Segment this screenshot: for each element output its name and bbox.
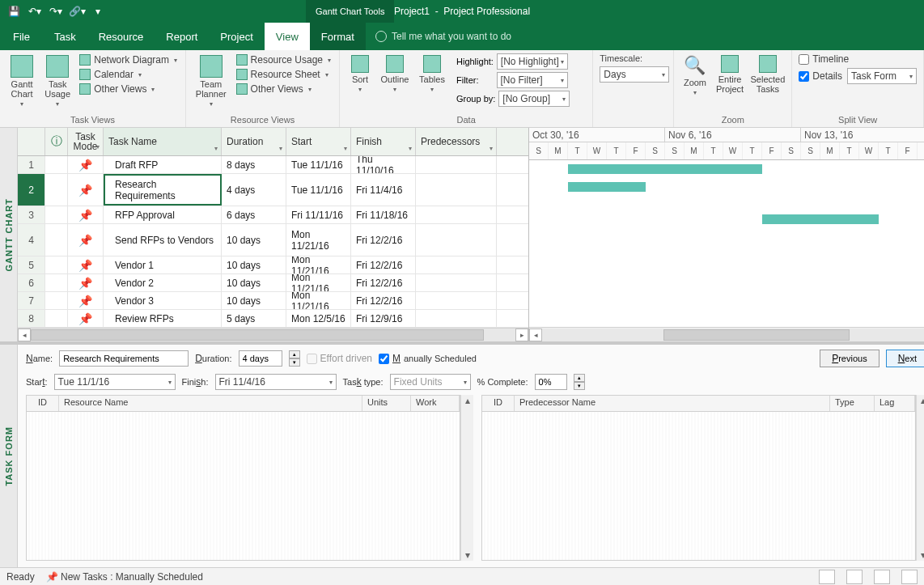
sort-button[interactable]: Sort▾: [346, 53, 374, 93]
lightbulb-icon: [375, 31, 387, 42]
tell-me-search[interactable]: Tell me what you want to do: [366, 23, 521, 50]
task-usage-button[interactable]: Task Usage▾: [42, 53, 73, 108]
task-form-side-label[interactable]: TASK FORM: [0, 345, 18, 567]
pin-icon: 📌: [78, 296, 92, 306]
start-combo[interactable]: Tue 11/1/16▾: [54, 374, 176, 390]
tab-format[interactable]: Format: [310, 23, 366, 50]
gantt-chart-button[interactable]: Gantt Chart▾: [6, 53, 37, 108]
resource-usage-button[interactable]: Resource Usage▾: [235, 53, 333, 66]
info-icon: ⓘ: [51, 134, 62, 149]
ribbon-tabs: File Task Resource Report Project View F…: [0, 23, 924, 50]
timescale-combo[interactable]: Days▾: [600, 66, 669, 83]
pin-icon: 📌: [78, 261, 92, 270]
col-finish[interactable]: Finish▾: [351, 128, 416, 155]
calendar-button[interactable]: Calendar▾: [78, 68, 179, 81]
col-task-name[interactable]: Task Name▾: [104, 128, 222, 155]
qat-customize-icon[interactable]: ▾: [89, 2, 107, 20]
timeline-checkbox[interactable]: Timeline: [799, 53, 849, 65]
pin-icon: 📌: [78, 160, 92, 170]
pin-icon: 📌: [78, 210, 92, 220]
manually-scheduled-checkbox[interactable]: Manually Scheduled: [379, 353, 477, 364]
entire-project-button[interactable]: Entire Project: [714, 53, 746, 94]
redo-icon[interactable]: ↷▾: [47, 2, 65, 20]
team-planner-button[interactable]: Team Planner▾: [193, 53, 230, 108]
effort-driven-checkbox[interactable]: Effort driven: [307, 353, 372, 364]
details-view-combo[interactable]: Task Form▾: [847, 68, 917, 84]
duration-stepper[interactable]: ▴▾: [289, 350, 300, 367]
details-checkbox[interactable]: Details: [799, 70, 842, 82]
col-duration[interactable]: Duration▾: [222, 128, 286, 155]
duration-input[interactable]: [239, 350, 282, 367]
title-bar: 💾 ↶▾ ↷▾ 🔗▾ ▾ Gantt Chart Tools Project1 …: [0, 0, 924, 23]
table-row[interactable]: 2📌Research Requirements4 daysTue 11/1/16…: [18, 174, 528, 206]
undo-icon[interactable]: ↶▾: [26, 2, 44, 20]
table-row[interactable]: 3📌RFP Approval6 daysFri 11/11/16Fri 11/1…: [18, 206, 528, 224]
table-row[interactable]: 7📌Vendor 310 daysMon 11/21/16Fri 12/2/16: [18, 292, 528, 310]
save-icon[interactable]: 💾: [5, 2, 23, 20]
filter-combo[interactable]: [No Filter]▾: [497, 72, 568, 88]
pct-complete-input[interactable]: [535, 374, 567, 390]
predecessor-grid[interactable]: ID Predecessor Name Type Lag: [481, 395, 916, 561]
view-shortcut-2[interactable]: [846, 570, 863, 584]
gantt-chart-side-label[interactable]: GANTT CHART: [0, 128, 18, 341]
pct-stepper[interactable]: ▴▾: [574, 374, 585, 390]
col-start[interactable]: Start▾: [286, 128, 351, 155]
previous-button[interactable]: Previous: [820, 350, 879, 367]
gantt-bar[interactable]: [762, 214, 879, 224]
tab-file[interactable]: File: [0, 23, 43, 50]
quick-access-toolbar: 💾 ↶▾ ↷▾ 🔗▾ ▾: [0, 2, 112, 20]
finish-combo[interactable]: Fri 11/4/16▾: [215, 374, 337, 390]
resource-sheet-button[interactable]: Resource Sheet▾: [235, 68, 333, 81]
contextual-tab-label: Gantt Chart Tools: [306, 0, 394, 23]
tables-button[interactable]: Tables▾: [416, 53, 448, 93]
view-shortcut-4[interactable]: [901, 570, 918, 584]
window-title: Project1 - Project Professional: [394, 6, 530, 17]
gantt-hscroll[interactable]: ◂▸: [529, 327, 924, 341]
next-button[interactable]: Next: [886, 350, 924, 367]
group-task-views: Task Views: [6, 113, 179, 127]
gantt-bar[interactable]: [568, 164, 762, 174]
highlight-combo[interactable]: [No Highlight]▾: [497, 53, 568, 70]
gantt-bar[interactable]: [568, 182, 646, 192]
outline-button[interactable]: Outline▾: [379, 53, 411, 93]
task-name-input[interactable]: [59, 350, 189, 367]
col-task-mode[interactable]: Task Mode▾: [68, 128, 104, 155]
col-indicators[interactable]: ⓘ: [45, 128, 68, 155]
view-shortcut-3[interactable]: [874, 570, 890, 584]
view-shortcut-1[interactable]: [819, 570, 835, 584]
tab-project[interactable]: Project: [209, 23, 264, 50]
col-rownum[interactable]: [18, 128, 45, 155]
status-bar: Ready 📌 New Tasks : Manually Scheduled: [0, 567, 924, 585]
pin-icon: 📌: [78, 314, 92, 324]
group-data: Data: [346, 113, 586, 127]
status-newtasks: 📌 New Tasks : Manually Scheduled: [46, 571, 203, 583]
tab-report[interactable]: Report: [155, 23, 209, 50]
zoom-button[interactable]: 🔍Zoom▾: [680, 53, 709, 96]
table-row[interactable]: 6📌Vendor 210 daysMon 11/21/16Fri 12/2/16: [18, 274, 528, 292]
gantt-timeline: Oct 30, '16 Nov 6, '16 Nov 13, '16 SMTWT…: [529, 128, 924, 341]
task-type-combo[interactable]: Fixed Units▾: [390, 374, 471, 390]
tab-resource[interactable]: Resource: [87, 23, 155, 50]
other-task-views-button[interactable]: Other Views▾: [78, 83, 179, 95]
table-row[interactable]: 8📌Review RFPs5 daysMon 12/5/16Fri 12/9/1…: [18, 310, 528, 328]
task-table: ⓘ Task Mode▾ Task Name▾ Duration▾ Start▾…: [18, 128, 529, 341]
other-resource-views-button[interactable]: Other Views▾: [235, 83, 333, 95]
tab-view[interactable]: View: [265, 23, 310, 50]
resource-grid[interactable]: ID Resource Name Units Work: [26, 395, 460, 561]
group-resource-views: Resource Views: [193, 113, 333, 127]
table-hscroll[interactable]: ◂▸: [18, 328, 528, 341]
table-row[interactable]: 4📌Send RFPs to Vendors10 daysMon 11/21/1…: [18, 224, 528, 256]
table-row[interactable]: 5📌Vendor 110 daysMon 11/21/16Fri 12/2/16: [18, 256, 528, 274]
groupby-combo[interactable]: [No Group]▾: [498, 91, 570, 107]
col-predecessors[interactable]: Predecessors▾: [416, 128, 497, 155]
ribbon: Gantt Chart▾ Task Usage▾ Network Diagram…: [0, 50, 924, 128]
resource-grid-vscroll[interactable]: ▴▾: [460, 395, 473, 561]
group-zoom: Zoom: [680, 113, 785, 127]
table-row[interactable]: 1📌Draft RFP8 daysTue 11/1/16Thu 11/10/16: [18, 156, 528, 174]
selected-tasks-button[interactable]: Selected Tasks: [751, 53, 786, 94]
tab-task[interactable]: Task: [43, 23, 87, 50]
task-form: Name: Duration: ▴▾ Effort driven Manuall…: [18, 345, 924, 567]
link-icon[interactable]: 🔗▾: [68, 2, 86, 20]
network-diagram-button[interactable]: Network Diagram▾: [78, 53, 179, 66]
predecessor-grid-vscroll[interactable]: ▴▾: [916, 395, 924, 561]
